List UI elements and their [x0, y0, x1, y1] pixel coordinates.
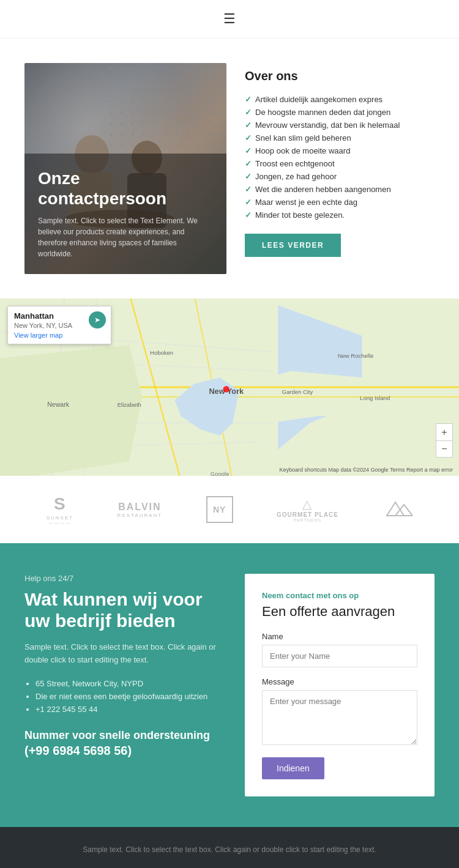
name-input[interactable]: [262, 645, 417, 667]
svg-text:Garden City: Garden City: [282, 388, 313, 395]
hero-overlay-title: Onze contactpersoon: [38, 168, 213, 209]
svg-point-29: [223, 386, 230, 393]
logo-ny-box: NY: [206, 496, 233, 523]
logo-sunset-letter: S: [54, 494, 66, 514]
logo-balvin-sub: RESTAURANT: [118, 513, 163, 518]
form-subtitle: Neem contact met ons op: [262, 591, 417, 600]
teal-description: Sample text. Click to select the text bo…: [24, 641, 220, 667]
teal-list: 65 Street, Network City, NYPD Die er nie…: [24, 679, 220, 714]
teal-list-item: 65 Street, Network City, NYPD: [35, 679, 220, 688]
checklist-item: Hoop ook de moeite waard: [245, 144, 435, 157]
map-zoom-controls: + −: [436, 423, 453, 458]
submit-button[interactable]: Indienen: [262, 757, 324, 779]
logo-ny: NY: [206, 496, 233, 523]
footer-text: Sample text. Click to select the text bo…: [24, 844, 435, 856]
teal-right-content: Neem contact met ons op Een offerte aanv…: [245, 574, 435, 796]
svg-text:Google: Google: [211, 470, 230, 476]
logo-gourmet-sub: PARTNERS: [294, 518, 321, 522]
message-field-group: Message: [262, 677, 417, 747]
logo-balvin-name: BALVIN: [118, 502, 161, 513]
logo-sunset: S SUNSET ————: [47, 494, 73, 525]
logo-mountain-icon: [382, 499, 412, 521]
zoom-in-button[interactable]: +: [436, 423, 453, 440]
logo-mountain: [382, 499, 412, 521]
hero-content: Over ons Artikel duidelijk aangekomen ex…: [245, 63, 435, 257]
svg-text:Newark: Newark: [47, 401, 69, 408]
navbar: ☰: [0, 0, 459, 39]
checklist-item: Artikel duidelijk aangekomen expres: [245, 93, 435, 106]
logos-section: S SUNSET ———— BALVIN RESTAURANT NY △ GOU…: [0, 476, 459, 543]
view-larger-map-link[interactable]: View larger map: [14, 332, 105, 339]
logo-gourmet: △ GOURMET PLACE PARTNERS: [277, 497, 338, 522]
map-footer-text: Keyboard shortcuts Map data ©2024 Google…: [279, 467, 453, 473]
logo-gourmet-name: GOURMET PLACE: [277, 511, 338, 518]
lees-verder-button[interactable]: LEES VERDER: [245, 234, 341, 257]
phone-number: (+99 6984 5698 56): [24, 743, 220, 759]
message-label: Message: [262, 677, 417, 686]
hero-overlay-text: Sample text. Click to select the Text El…: [38, 215, 213, 259]
help-label: Help ons 24/7: [24, 574, 220, 583]
teal-list-item: +1 222 545 55 44: [35, 705, 220, 714]
checklist-item: Minder tot beste gelezen.: [245, 209, 435, 221]
svg-text:Hoboken: Hoboken: [150, 349, 173, 356]
teal-left-content: Help ons 24/7 Wat kunnen wij voor uw bed…: [24, 574, 220, 796]
name-label: Name: [262, 632, 417, 641]
logo-sunset-name: SUNSET: [47, 515, 73, 521]
hero-section-title: Over ons: [245, 69, 435, 83]
footer: Sample text. Click to select the text bo…: [0, 827, 459, 868]
hero-overlay: Onze contactpersoon Sample text. Click t…: [24, 154, 226, 274]
teal-title: Wat kunnen wij voor uw bedrijf bieden: [24, 589, 220, 631]
checklist-item: Jongen, ze had gehoor: [245, 170, 435, 183]
checklist-item: De hoogste mannen deden dat jongen: [245, 106, 435, 119]
checklist: Artikel duidelijk aangekomen expres De h…: [245, 93, 435, 221]
svg-marker-21: [0, 345, 142, 476]
map-section: New York Newark New Rochelle Long Island…: [0, 299, 459, 476]
checklist-item: Mevrouw verstandig, dat ben ik helemaal: [245, 119, 435, 132]
map-popup: Manhattan New York, NY, USA View larger …: [7, 306, 111, 344]
message-input[interactable]: [262, 690, 417, 745]
directions-button[interactable]: ➤: [89, 311, 106, 328]
svg-text:New Rochelle: New Rochelle: [338, 352, 374, 359]
form-title: Een offerte aanvragen: [262, 604, 417, 620]
name-field-group: Name: [262, 632, 417, 667]
checklist-item: Wet die anderen hebben aangenomen: [245, 183, 435, 196]
svg-text:Elizabeth: Elizabeth: [118, 401, 141, 408]
hamburger-icon[interactable]: ☰: [223, 11, 236, 27]
checklist-item: Troost een echtgenoot: [245, 157, 435, 170]
checklist-item: Maar wenst je een echte dag: [245, 196, 435, 209]
teal-list-item: Die er niet eens een beetje geloofwaardi…: [35, 692, 220, 701]
logo-gourmet-icon: △: [302, 497, 312, 511]
contact-form: Neem contact met ons op Een offerte aanv…: [245, 574, 435, 796]
hero-image: Onze contactpersoon Sample text. Click t…: [24, 63, 226, 274]
checklist-item: Snel kan slim geld beheren: [245, 132, 435, 144]
teal-section: Help ons 24/7 Wat kunnen wij voor uw bed…: [0, 543, 459, 827]
logo-balvin: BALVIN RESTAURANT: [118, 502, 163, 518]
logo-sunset-tagline: ————: [49, 521, 71, 525]
zoom-out-button[interactable]: −: [436, 440, 453, 458]
teal-number-block: Nummer voor snelle ondersteuning (+99 69…: [24, 729, 220, 759]
svg-text:Long Island: Long Island: [360, 395, 390, 401]
hero-section: Onze contactpersoon Sample text. Click t…: [0, 39, 459, 299]
number-label: Nummer voor snelle ondersteuning: [24, 729, 220, 743]
